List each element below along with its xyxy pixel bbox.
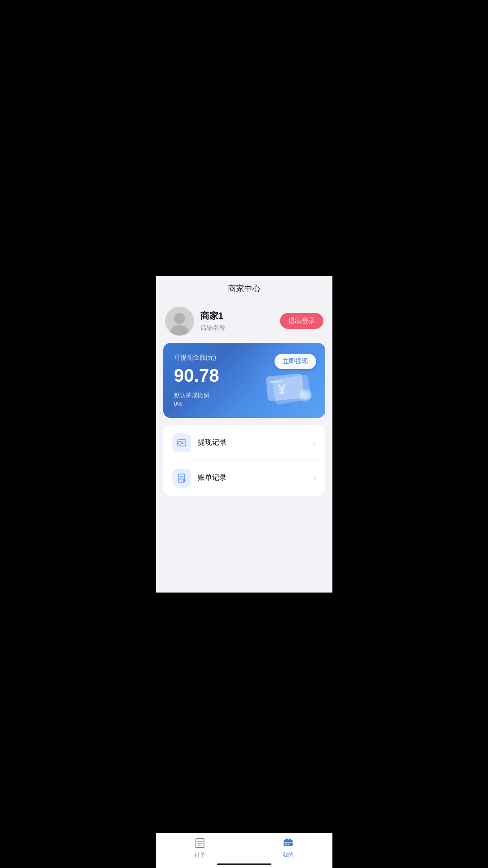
profile-section: 商家1 店铺名称 退出登录 [156,299,332,343]
chevron-right-icon-2: › [313,473,316,483]
balance-card: 可提现金额(元) 90.78 默认抽成比例 0% 立即提现 ¥ [163,343,325,418]
withdrawal-icon [176,437,187,448]
store-name: 店铺名称 [200,324,280,332]
bills-icon [176,473,187,484]
page-title: 商家中心 [228,284,261,293]
page-header: 商家中心 [156,276,332,299]
chevron-right-icon: › [313,438,316,447]
withdrawal-icon-wrapper [172,433,191,452]
menu-item-withdrawal[interactable]: 提现记录 › [163,425,325,460]
merchant-name: 商家1 [200,310,280,322]
svg-point-10 [179,441,181,444]
bills-label: 账单记录 [198,473,313,483]
menu-item-bills[interactable]: 账单记录 › [163,460,325,496]
profile-info: 商家1 店铺名称 [200,310,280,332]
svg-text:¥: ¥ [278,381,286,398]
withdrawal-label: 提现记录 [198,438,313,447]
svg-point-1 [174,313,185,324]
menu-card: 提现记录 › 账单记录 › [163,425,325,496]
bills-icon-wrapper [172,469,191,488]
card-illustration: ¥ [260,364,319,413]
logout-button[interactable]: 退出登录 [280,313,323,329]
svg-point-7 [301,391,309,399]
svg-rect-17 [183,479,185,482]
avatar [165,307,194,336]
